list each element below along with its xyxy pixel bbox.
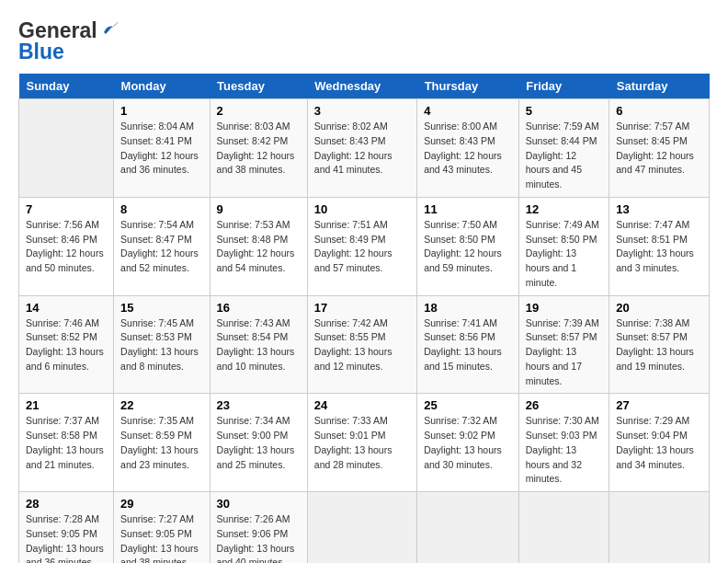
- day-info: Sunrise: 8:03 AMSunset: 8:42 PMDaylight:…: [217, 120, 301, 178]
- calendar-cell: 29Sunrise: 7:27 AMSunset: 9:05 PMDayligh…: [114, 492, 210, 564]
- day-info: Sunrise: 7:47 AMSunset: 8:51 PMDaylight:…: [616, 218, 702, 276]
- calendar-header-row: Sunday Monday Tuesday Wednesday Thursday…: [19, 74, 710, 99]
- calendar-week-row: 21Sunrise: 7:37 AMSunset: 8:58 PMDayligh…: [19, 394, 710, 492]
- page-header: General Blue: [18, 18, 710, 64]
- day-number: 5: [526, 104, 602, 118]
- calendar-week-row: 7Sunrise: 7:56 AMSunset: 8:46 PMDaylight…: [19, 197, 710, 295]
- day-info: Sunrise: 7:38 AMSunset: 8:57 PMDaylight:…: [616, 316, 702, 374]
- day-info: Sunrise: 7:27 AMSunset: 9:05 PMDaylight:…: [120, 512, 203, 563]
- day-info: Sunrise: 7:50 AMSunset: 8:50 PMDaylight:…: [424, 218, 512, 276]
- day-number: 16: [217, 301, 301, 315]
- day-number: 14: [26, 301, 107, 315]
- day-number: 15: [120, 301, 203, 315]
- day-number: 24: [314, 398, 410, 412]
- day-number: 27: [616, 398, 702, 412]
- calendar-cell: 1Sunrise: 8:04 AMSunset: 8:41 PMDaylight…: [114, 99, 210, 198]
- calendar-cell: 13Sunrise: 7:47 AMSunset: 8:51 PMDayligh…: [609, 197, 710, 295]
- day-info: Sunrise: 7:32 AMSunset: 9:02 PMDaylight:…: [424, 414, 512, 472]
- col-wednesday: Wednesday: [307, 74, 416, 99]
- day-number: 30: [217, 497, 301, 511]
- day-number: 9: [217, 202, 301, 216]
- logo-bird-icon: [100, 19, 120, 40]
- day-info: Sunrise: 7:57 AMSunset: 8:45 PMDaylight:…: [616, 120, 702, 178]
- calendar-cell: [609, 492, 710, 564]
- calendar-cell: 10Sunrise: 7:51 AMSunset: 8:49 PMDayligh…: [307, 197, 416, 295]
- day-number: 12: [526, 202, 602, 216]
- day-info: Sunrise: 7:54 AMSunset: 8:47 PMDaylight:…: [120, 218, 203, 276]
- day-info: Sunrise: 8:04 AMSunset: 8:41 PMDaylight:…: [120, 120, 203, 178]
- day-number: 7: [26, 202, 107, 216]
- day-number: 26: [526, 398, 602, 412]
- calendar-cell: 18Sunrise: 7:41 AMSunset: 8:56 PMDayligh…: [417, 295, 519, 394]
- calendar-cell: 28Sunrise: 7:28 AMSunset: 9:05 PMDayligh…: [19, 492, 114, 564]
- calendar-cell: 3Sunrise: 8:02 AMSunset: 8:43 PMDaylight…: [307, 99, 416, 198]
- day-number: 4: [424, 104, 512, 118]
- day-info: Sunrise: 7:45 AMSunset: 8:53 PMDaylight:…: [120, 316, 203, 374]
- calendar-cell: [307, 492, 416, 564]
- logo-blue: Blue: [18, 40, 120, 64]
- calendar-cell: 24Sunrise: 7:33 AMSunset: 9:01 PMDayligh…: [307, 394, 416, 492]
- calendar-cell: 9Sunrise: 7:53 AMSunset: 8:48 PMDaylight…: [210, 197, 307, 295]
- day-info: Sunrise: 7:33 AMSunset: 9:01 PMDaylight:…: [314, 414, 410, 472]
- col-tuesday: Tuesday: [210, 74, 307, 99]
- calendar-cell: 14Sunrise: 7:46 AMSunset: 8:52 PMDayligh…: [19, 295, 114, 394]
- calendar-cell: 5Sunrise: 7:59 AMSunset: 8:44 PMDaylight…: [518, 99, 609, 198]
- col-monday: Monday: [114, 74, 210, 99]
- calendar-cell: 7Sunrise: 7:56 AMSunset: 8:46 PMDaylight…: [19, 197, 114, 295]
- day-number: 1: [120, 104, 203, 118]
- day-number: 28: [26, 497, 107, 511]
- calendar-cell: 19Sunrise: 7:39 AMSunset: 8:57 PMDayligh…: [518, 295, 609, 394]
- day-info: Sunrise: 7:49 AMSunset: 8:50 PMDaylight:…: [526, 218, 602, 291]
- day-info: Sunrise: 7:29 AMSunset: 9:04 PMDaylight:…: [616, 414, 702, 472]
- col-thursday: Thursday: [417, 74, 519, 99]
- day-info: Sunrise: 7:30 AMSunset: 9:03 PMDaylight:…: [526, 414, 602, 487]
- day-number: 21: [26, 398, 107, 412]
- logo: General Blue: [18, 18, 120, 64]
- calendar-week-row: 1Sunrise: 8:04 AMSunset: 8:41 PMDaylight…: [19, 99, 710, 198]
- day-info: Sunrise: 7:51 AMSunset: 8:49 PMDaylight:…: [314, 218, 410, 276]
- calendar-cell: 20Sunrise: 7:38 AMSunset: 8:57 PMDayligh…: [609, 295, 710, 394]
- calendar-cell: 2Sunrise: 8:03 AMSunset: 8:42 PMDaylight…: [210, 99, 307, 198]
- day-number: 11: [424, 202, 512, 216]
- day-info: Sunrise: 7:35 AMSunset: 8:59 PMDaylight:…: [120, 414, 203, 472]
- day-number: 17: [314, 301, 410, 315]
- calendar-cell: [19, 99, 114, 198]
- day-number: 22: [120, 398, 203, 412]
- calendar-cell: 16Sunrise: 7:43 AMSunset: 8:54 PMDayligh…: [210, 295, 307, 394]
- calendar-cell: [417, 492, 519, 564]
- calendar-cell: 27Sunrise: 7:29 AMSunset: 9:04 PMDayligh…: [609, 394, 710, 492]
- day-info: Sunrise: 7:53 AMSunset: 8:48 PMDaylight:…: [217, 218, 301, 276]
- day-number: 23: [217, 398, 301, 412]
- calendar-cell: 17Sunrise: 7:42 AMSunset: 8:55 PMDayligh…: [307, 295, 416, 394]
- calendar-cell: 4Sunrise: 8:00 AMSunset: 8:43 PMDaylight…: [417, 99, 519, 198]
- day-info: Sunrise: 7:59 AMSunset: 8:44 PMDaylight:…: [526, 120, 602, 192]
- calendar-cell: 15Sunrise: 7:45 AMSunset: 8:53 PMDayligh…: [114, 295, 210, 394]
- col-friday: Friday: [518, 74, 609, 99]
- day-info: Sunrise: 7:39 AMSunset: 8:57 PMDaylight:…: [526, 316, 602, 389]
- calendar-cell: 25Sunrise: 7:32 AMSunset: 9:02 PMDayligh…: [417, 394, 519, 492]
- calendar-cell: 8Sunrise: 7:54 AMSunset: 8:47 PMDaylight…: [114, 197, 210, 295]
- calendar-cell: 23Sunrise: 7:34 AMSunset: 9:00 PMDayligh…: [210, 394, 307, 492]
- day-number: 18: [424, 301, 512, 315]
- calendar-table: Sunday Monday Tuesday Wednesday Thursday…: [18, 74, 710, 563]
- day-info: Sunrise: 7:28 AMSunset: 9:05 PMDaylight:…: [26, 512, 107, 563]
- day-info: Sunrise: 8:00 AMSunset: 8:43 PMDaylight:…: [424, 120, 512, 178]
- day-number: 8: [120, 202, 203, 216]
- calendar-cell: 12Sunrise: 7:49 AMSunset: 8:50 PMDayligh…: [518, 197, 609, 295]
- day-number: 19: [526, 301, 602, 315]
- day-number: 20: [616, 301, 702, 315]
- day-info: Sunrise: 7:56 AMSunset: 8:46 PMDaylight:…: [26, 218, 107, 276]
- calendar-week-row: 28Sunrise: 7:28 AMSunset: 9:05 PMDayligh…: [19, 492, 710, 564]
- calendar-cell: [518, 492, 609, 564]
- calendar-cell: 22Sunrise: 7:35 AMSunset: 8:59 PMDayligh…: [114, 394, 210, 492]
- day-number: 13: [616, 202, 702, 216]
- day-number: 2: [217, 104, 301, 118]
- col-saturday: Saturday: [609, 74, 710, 99]
- day-info: Sunrise: 7:26 AMSunset: 9:06 PMDaylight:…: [217, 512, 301, 563]
- day-info: Sunrise: 8:02 AMSunset: 8:43 PMDaylight:…: [314, 120, 410, 178]
- calendar-cell: 6Sunrise: 7:57 AMSunset: 8:45 PMDaylight…: [609, 99, 710, 198]
- calendar-cell: 30Sunrise: 7:26 AMSunset: 9:06 PMDayligh…: [210, 492, 307, 564]
- calendar-cell: 11Sunrise: 7:50 AMSunset: 8:50 PMDayligh…: [417, 197, 519, 295]
- day-number: 3: [314, 104, 410, 118]
- day-info: Sunrise: 7:37 AMSunset: 8:58 PMDaylight:…: [26, 414, 107, 472]
